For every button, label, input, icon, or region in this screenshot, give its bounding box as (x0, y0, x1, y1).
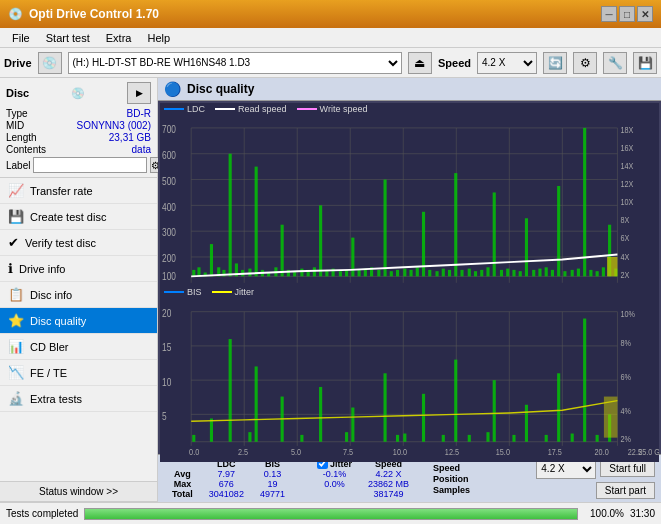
nav-disc-quality-label: Disc quality (30, 315, 86, 327)
svg-text:0.0: 0.0 (189, 446, 199, 457)
svg-text:200: 200 (162, 253, 176, 264)
svg-rect-138 (422, 394, 425, 442)
svg-rect-66 (512, 270, 515, 276)
svg-text:5.0: 5.0 (291, 446, 301, 457)
legend-write-label: Write speed (320, 104, 368, 114)
secondary-info: Speed Position Samples (433, 463, 470, 495)
nav-fe-te-label: FE / TE (30, 367, 67, 379)
close-button[interactable]: ✕ (637, 6, 653, 22)
bottom-status: Tests completed 100.0% 31:30 (0, 502, 661, 524)
create-test-disc-icon: 💾 (8, 209, 24, 224)
disc-label-row: Label ⚙ (6, 157, 151, 173)
svg-rect-47 (390, 271, 393, 276)
app-icon: 💿 (8, 7, 23, 21)
nav-cd-bler[interactable]: 📊 CD Bler (0, 334, 157, 360)
svg-rect-134 (351, 407, 354, 441)
svg-text:6X: 6X (621, 234, 630, 244)
svg-rect-51 (416, 267, 419, 276)
samples-value: 381749 (360, 489, 417, 499)
nav-disc-info-label: Disc info (30, 289, 72, 301)
refresh-button[interactable]: 🔄 (543, 52, 567, 74)
nav-extra-tests[interactable]: 🔬 Extra tests (0, 386, 157, 412)
disc-icon: 💿 (71, 87, 85, 100)
save-button[interactable]: 💾 (633, 52, 657, 74)
svg-text:18X: 18X (621, 125, 634, 135)
action-area: 4.2 X Start full Start part (536, 459, 655, 499)
svg-text:25.0 GB: 25.0 GB (638, 446, 659, 457)
start-full-button[interactable]: Start full (600, 460, 655, 477)
minimize-button[interactable]: ─ (601, 6, 617, 22)
bottom-chart-section: BIS Jitter (160, 286, 659, 450)
drive-select[interactable]: (H:) HL-DT-ST BD-RE WH16NS48 1.D3 (68, 52, 402, 74)
svg-rect-72 (551, 270, 554, 276)
maximize-button[interactable]: □ (619, 6, 635, 22)
svg-rect-53 (428, 270, 431, 276)
time-text: 31:30 (630, 508, 655, 519)
nav-create-test-disc[interactable]: 💾 Create test disc (0, 204, 157, 230)
svg-rect-54 (435, 271, 438, 276)
svg-rect-146 (545, 435, 548, 442)
options-button1[interactable]: ⚙ (573, 52, 597, 74)
svg-text:100: 100 (162, 271, 176, 282)
svg-rect-132 (319, 387, 322, 442)
content-area: 🔵 Disc quality LDC Read speed (158, 78, 661, 502)
svg-rect-74 (563, 271, 566, 276)
svg-rect-145 (525, 405, 528, 442)
svg-rect-36 (319, 205, 322, 276)
legend-read-label: Read speed (238, 104, 287, 114)
disc-action-btn[interactable]: ▶ (127, 82, 151, 104)
svg-rect-135 (384, 373, 387, 441)
svg-rect-141 (468, 435, 471, 442)
svg-rect-26 (255, 167, 258, 277)
start-part-button[interactable]: Start part (596, 482, 655, 499)
write-color-indicator (297, 108, 317, 110)
svg-text:7.5: 7.5 (343, 446, 353, 457)
menu-file[interactable]: File (4, 30, 38, 46)
options-button2[interactable]: 🔧 (603, 52, 627, 74)
svg-text:20.0: 20.0 (595, 446, 609, 457)
menu-start-test[interactable]: Start test (38, 30, 98, 46)
nav-disc-info[interactable]: 📋 Disc info (0, 282, 157, 308)
svg-rect-76 (577, 269, 580, 277)
svg-rect-42 (358, 270, 361, 276)
max-label: Max (164, 479, 201, 489)
progress-bar-fill (85, 509, 577, 519)
speed-select[interactable]: 4.2 X (477, 52, 537, 74)
sidebar: Disc 💿 ▶ Type BD-R MID SONYNN3 (002) Len… (0, 78, 158, 502)
position-row: Position (433, 474, 470, 484)
nav-disc-quality[interactable]: ⭐ Disc quality (0, 308, 157, 334)
svg-rect-79 (596, 271, 599, 276)
nav-cd-bler-label: CD Bler (30, 341, 69, 353)
svg-rect-48 (396, 270, 399, 276)
verify-test-disc-icon: ✔ (8, 235, 19, 250)
drivebar: Drive 💿 (H:) HL-DT-ST BD-RE WH16NS48 1.D… (0, 48, 661, 78)
svg-rect-73 (557, 186, 560, 276)
disc-label-label: Label (6, 160, 30, 171)
svg-rect-139 (442, 435, 445, 442)
main-layout: Disc 💿 ▶ Type BD-R MID SONYNN3 (002) Len… (0, 78, 661, 502)
dq-header: 🔵 Disc quality (158, 78, 661, 101)
svg-text:14X: 14X (621, 162, 634, 172)
svg-rect-127 (229, 339, 232, 442)
top-legend: LDC Read speed Write speed (160, 103, 659, 115)
svg-text:12.5: 12.5 (445, 446, 459, 457)
eject-button[interactable]: ⏏ (408, 52, 432, 74)
nav-fe-te[interactable]: 📉 FE / TE (0, 360, 157, 386)
nav-drive-info[interactable]: ℹ Drive info (0, 256, 157, 282)
status-text: Tests completed (6, 508, 78, 519)
status-window-btn[interactable]: Status window >> (0, 482, 157, 502)
svg-text:8X: 8X (621, 216, 630, 226)
svg-rect-143 (493, 380, 496, 442)
drive-icon-btn[interactable]: 💿 (38, 52, 62, 74)
svg-rect-22 (229, 154, 232, 277)
disc-label-input[interactable] (33, 157, 147, 173)
progress-bar-container (84, 508, 578, 520)
svg-rect-129 (255, 366, 258, 441)
nav-verify-test-disc[interactable]: ✔ Verify test disc (0, 230, 157, 256)
top-chart-section: LDC Read speed Write speed (160, 103, 659, 284)
menu-help[interactable]: Help (139, 30, 178, 46)
nav-transfer-rate[interactable]: 📈 Transfer rate (0, 178, 157, 204)
svg-rect-150 (596, 435, 599, 442)
svg-rect-147 (557, 373, 560, 441)
menu-extra[interactable]: Extra (98, 30, 140, 46)
